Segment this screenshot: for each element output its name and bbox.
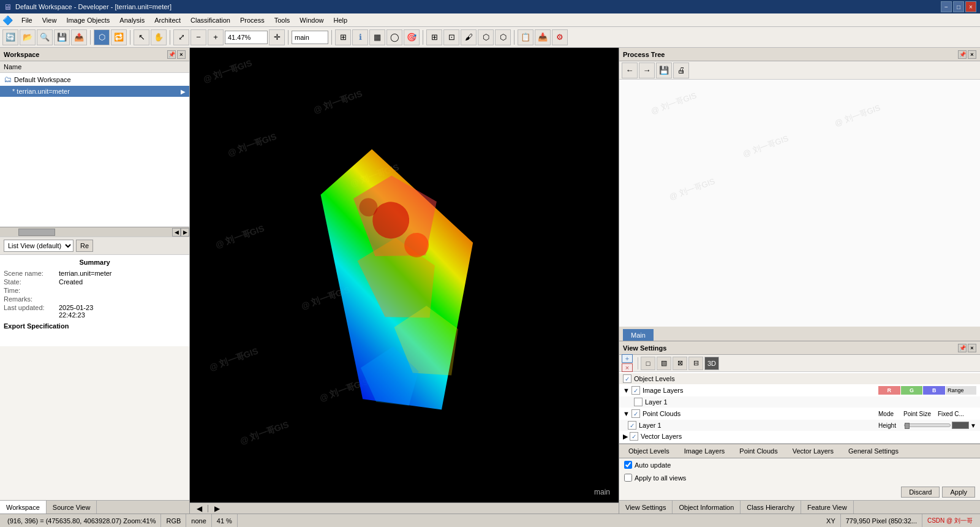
toolbar-table[interactable]: ▦	[369, 29, 385, 45]
nav-left[interactable]: ◀	[195, 504, 204, 513]
zoom-input[interactable]	[225, 31, 268, 44]
minimize-button[interactable]: −	[941, 1, 952, 12]
toolbar-info[interactable]: ℹ	[352, 29, 368, 45]
vs-add-btn[interactable]: +	[622, 354, 633, 363]
map-nav-arrows[interactable]: ◀ │ ▶	[195, 504, 222, 513]
workspace-close-btn[interactable]: ×	[177, 50, 186, 59]
scroll-left-btn[interactable]: ◀	[172, 228, 181, 237]
tab-object-levels[interactable]: Object Levels	[622, 445, 676, 457]
tab-main[interactable]: Main	[623, 329, 654, 341]
tab-source-view[interactable]: Source View	[47, 501, 97, 514]
vector-layers-check[interactable]	[630, 432, 638, 441]
pc-layer-1-check[interactable]	[628, 421, 636, 430]
toolbar-zoom-in[interactable]: +	[208, 29, 224, 45]
auto-update-check[interactable]	[624, 461, 632, 469]
toolbar-brush[interactable]: 🖌	[461, 29, 477, 45]
rbtab-view-settings[interactable]: View Settings	[619, 501, 673, 514]
toolbar-grid[interactable]: ⊞	[426, 29, 442, 45]
re-button[interactable]: Re	[76, 240, 93, 252]
vs-pin-btn[interactable]: 📌	[958, 344, 967, 352]
toolbar-lasso[interactable]: ⬡	[478, 29, 494, 45]
vs-view3[interactable]: ⊠	[673, 357, 687, 370]
toolbar-open[interactable]: 📂	[20, 29, 36, 45]
image-layers-expand[interactable]: ▼	[623, 387, 630, 394]
toolbar-zoom-out[interactable]: −	[190, 29, 206, 45]
discard-button[interactable]: Discard	[901, 487, 940, 498]
toolbar-refresh[interactable]: 🔁	[111, 29, 127, 45]
tab-image-layers[interactable]: Image Layers	[677, 445, 732, 457]
toolbar-search[interactable]: 🔍	[37, 29, 53, 45]
menu-file[interactable]: File	[17, 15, 37, 25]
toolbar-new[interactable]: 🔄	[2, 29, 18, 45]
toolbar-circle[interactable]: ◯	[386, 29, 402, 45]
tree-item-terrian[interactable]: * terrian.unit=meter ▶	[0, 86, 189, 97]
toolbar-pan[interactable]: ✋	[151, 29, 167, 45]
point-clouds-check[interactable]	[631, 409, 640, 418]
apply-button[interactable]: Apply	[942, 487, 975, 498]
rbtab-class-hierarchy[interactable]: Class Hierarchy	[741, 501, 801, 514]
dropdown-arrow[interactable]: ▼	[970, 422, 976, 429]
slider-thumb[interactable]	[905, 423, 910, 429]
toolbar-polygon[interactable]: ⬡	[495, 29, 511, 45]
map-canvas[interactable]: @ 刘一哥GIS @ 刘一哥GIS @ 刘一哥GIS @ 刘一哥GIS @ 刘一…	[190, 48, 619, 502]
menu-process[interactable]: Process	[235, 15, 270, 25]
tree-scrollbar-h[interactable]: ◀ ▶	[0, 227, 189, 237]
menu-tools[interactable]: Tools	[270, 15, 295, 25]
toolbar-zoom-fit[interactable]: ⤢	[173, 29, 189, 45]
image-layers-check[interactable]	[631, 386, 640, 395]
toolbar-target[interactable]: 🎯	[404, 29, 420, 45]
pt-btn-save[interactable]: 💾	[656, 63, 672, 78]
pt-btn-print[interactable]: 🖨	[673, 63, 689, 78]
toolbar-crosshair[interactable]: ✛	[269, 29, 285, 45]
toolbar-select-all[interactable]: ⊡	[443, 29, 459, 45]
pt-btn-back[interactable]: ←	[622, 63, 638, 78]
toolbar-export2[interactable]: 📋	[518, 29, 533, 45]
toolbar-settings[interactable]: ⚙	[552, 29, 568, 45]
tab-vector-layers[interactable]: Vector Layers	[786, 445, 840, 457]
toolbar-split[interactable]: ⊞	[335, 29, 351, 45]
point-clouds-expand[interactable]: ▼	[623, 410, 630, 417]
tree-root-workspace[interactable]: 🗂 Default Workspace	[0, 73, 189, 86]
toolbar-save[interactable]: 💾	[54, 29, 70, 45]
maximize-button[interactable]: □	[953, 1, 964, 12]
tab-general-settings[interactable]: General Settings	[842, 445, 905, 457]
toolbar-cursor[interactable]: ↖	[134, 29, 149, 45]
window-controls[interactable]: − □ ×	[941, 1, 976, 12]
menu-architect[interactable]: Architect	[149, 15, 186, 25]
rbtab-object-info[interactable]: Object Information	[673, 501, 741, 514]
vs-view1[interactable]: □	[641, 357, 655, 370]
menu-window[interactable]: Window	[295, 15, 328, 25]
tab-point-clouds[interactable]: Point Clouds	[733, 445, 784, 457]
vs-remove-btn[interactable]: ×	[622, 363, 633, 372]
close-button[interactable]: ×	[965, 1, 976, 12]
menu-classification[interactable]: Classification	[186, 15, 235, 25]
menu-view[interactable]: View	[37, 15, 62, 25]
toolbar-import[interactable]: 📥	[535, 29, 551, 45]
list-view-select[interactable]: List View (default)	[4, 240, 74, 252]
image-layer-1-check[interactable]	[634, 398, 643, 406]
toolbar-layers[interactable]: ⬡	[94, 29, 110, 45]
menu-analysis[interactable]: Analysis	[115, 15, 149, 25]
vector-layers-expand[interactable]: ▶	[623, 433, 628, 441]
scrollbar-thumb[interactable]	[18, 229, 55, 236]
menu-image-objects[interactable]: Image Objects	[61, 15, 115, 25]
toolbar-export[interactable]: 📤	[71, 29, 87, 45]
apply-all-views-check[interactable]	[624, 474, 632, 482]
object-levels-check[interactable]	[623, 374, 631, 383]
point-clouds-label: Point Clouds	[643, 410, 878, 417]
process-tree-pin[interactable]: 📌	[958, 50, 967, 59]
vs-close-btn[interactable]: ×	[968, 344, 976, 352]
height-slider[interactable]	[904, 423, 951, 427]
scroll-right-btn[interactable]: ▶	[181, 228, 189, 237]
rbtab-feature-view[interactable]: Feature View	[801, 501, 854, 514]
tab-workspace[interactable]: Workspace	[0, 501, 47, 514]
process-tree-close[interactable]: ×	[968, 50, 976, 59]
vs-view2[interactable]: ▧	[657, 357, 671, 370]
menu-help[interactable]: Help	[328, 15, 352, 25]
vs-view-3d[interactable]: 3D	[704, 357, 719, 370]
pt-btn-forward[interactable]: →	[639, 63, 655, 78]
workspace-pin-btn[interactable]: 📌	[167, 50, 176, 59]
vs-view4[interactable]: ⊟	[688, 357, 703, 370]
view-name-input[interactable]	[292, 31, 328, 44]
nav-right[interactable]: ▶	[213, 504, 222, 513]
